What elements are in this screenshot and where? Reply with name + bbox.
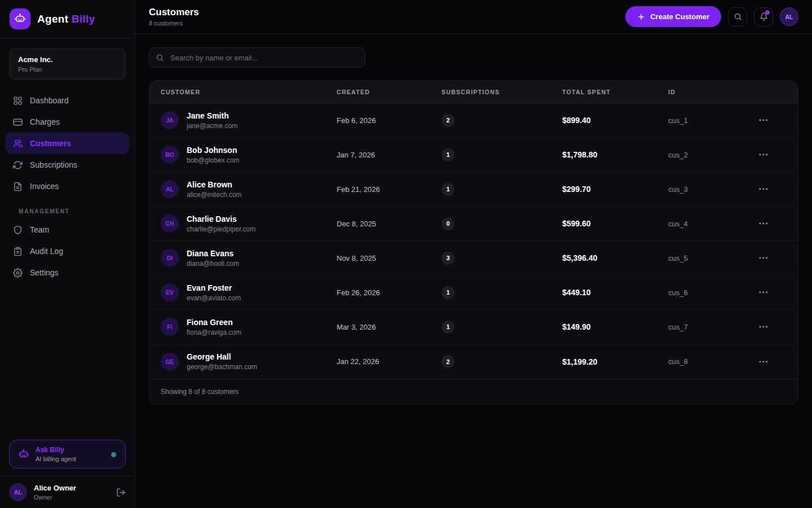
sidebar-item-charges[interactable]: Charges <box>6 111 129 133</box>
table-row[interactable]: JA Jane Smith jane@acme.com Feb 6, 2026 … <box>149 103 798 138</box>
file-text-icon <box>13 182 23 191</box>
create-customer-button[interactable]: Create Customer <box>625 6 721 27</box>
table-row[interactable]: EV Evan Foster evan@aviato.com Feb 26, 2… <box>149 275 798 310</box>
created-cell: Nov 8, 2025 <box>337 254 442 262</box>
customers-table: Customer Created Subscriptions Total Spe… <box>149 80 798 405</box>
total-spent-cell: $299.70 <box>562 185 668 194</box>
search-button[interactable] <box>728 7 747 27</box>
sidebar-item-dashboard[interactable]: Dashboard <box>6 90 129 111</box>
subscriptions-cell: 1 <box>442 148 562 161</box>
sidebar: Agent Billy Acme Inc. Pro Plan Dashboard… <box>0 0 135 508</box>
actions-cell: ⋯ <box>758 184 787 194</box>
customer-name: Charlie Davis <box>187 214 255 224</box>
customer-email: evan@aviato.com <box>187 294 241 302</box>
column-header-customer: Customer <box>161 89 337 95</box>
total-spent-cell: $149.90 <box>562 322 668 331</box>
subscriptions-badge: 2 <box>442 355 454 368</box>
column-header-created: Created <box>337 89 442 95</box>
table-header: Customer Created Subscriptions Total Spe… <box>149 81 798 103</box>
notifications-button[interactable] <box>754 7 773 27</box>
subscriptions-badge: 1 <box>442 183 454 196</box>
search-input[interactable] <box>149 47 365 68</box>
sidebar-item-invoices[interactable]: Invoices <box>6 176 129 197</box>
ellipsis-icon[interactable]: ⋯ <box>758 150 769 159</box>
subscriptions-cell: 2 <box>442 114 562 127</box>
avatar: EV <box>161 283 179 301</box>
gear-icon <box>13 268 23 278</box>
user-role: Owner <box>34 494 76 501</box>
avatar: JA <box>161 111 179 129</box>
ellipsis-icon[interactable]: ⋯ <box>758 287 769 297</box>
actions-cell: ⋯ <box>758 253 787 263</box>
sidebar-item-label: Dashboard <box>30 96 69 105</box>
customer-cell: JA Jane Smith jane@acme.com <box>161 111 337 130</box>
table-row[interactable]: FI Fiona Green fiona@raviga.com Mar 3, 2… <box>149 310 798 344</box>
total-spent-cell: $449.10 <box>562 288 668 297</box>
ask-billy-subtitle: AI billing agent <box>36 456 76 462</box>
table-row[interactable]: CH Charlie Davis charlie@piedpiper.com D… <box>149 207 798 241</box>
credit-card-icon <box>13 117 23 127</box>
shield-icon <box>13 225 23 235</box>
table-body: JA Jane Smith jane@acme.com Feb 6, 2026 … <box>149 103 798 379</box>
sidebar-item-settings[interactable]: Settings <box>6 262 129 283</box>
brand-name-accent: Billy <box>72 13 95 25</box>
sidebar-item-audit-log[interactable]: Audit Log <box>6 240 129 262</box>
subscriptions-badge: 2 <box>442 114 454 127</box>
customer-name: Jane Smith <box>187 111 237 120</box>
robot-logo-icon <box>10 8 30 29</box>
total-spent-cell: $1,798.80 <box>562 150 668 159</box>
org-name: Acme Inc. <box>18 55 117 64</box>
table-row[interactable]: DI Diana Evans diana@hooli.com Nov 8, 20… <box>149 241 798 275</box>
column-header-id: ID <box>668 89 758 95</box>
subscriptions-cell: 1 <box>442 183 562 196</box>
org-plan: Pro Plan <box>18 66 117 73</box>
actions-cell: ⋯ <box>758 115 787 125</box>
ellipsis-icon[interactable]: ⋯ <box>758 218 769 228</box>
logout-button[interactable] <box>116 488 126 497</box>
actions-cell: ⋯ <box>758 150 787 160</box>
customer-id-cell: cus_1 <box>668 116 758 125</box>
table-row[interactable]: BO Bob Johnson bob@globex.com Jan 7, 202… <box>149 138 798 172</box>
sidebar-item-team[interactable]: Team <box>6 219 129 240</box>
sidebar-item-label: Charges <box>30 117 60 126</box>
table-row[interactable]: AL Alice Brown alice@initech.com Feb 21,… <box>149 172 798 207</box>
ellipsis-icon[interactable]: ⋯ <box>758 115 769 125</box>
robot-icon <box>18 449 29 460</box>
customer-id-cell: cus_6 <box>668 288 758 297</box>
brand-name-primary: Agent <box>37 13 68 25</box>
created-cell: Feb 26, 2026 <box>337 288 442 297</box>
user-name: Alice Owner <box>34 484 76 492</box>
page-title: Customers <box>149 7 199 18</box>
actions-cell: ⋯ <box>758 322 787 332</box>
customer-cell: EV Evan Foster evan@aviato.com <box>161 283 337 302</box>
ask-billy-title: Ask Billy <box>36 446 76 454</box>
avatar: AL <box>161 180 179 198</box>
total-spent-cell: $5,396.40 <box>562 253 668 262</box>
ellipsis-icon[interactable]: ⋯ <box>758 322 769 331</box>
customer-cell: DI Diana Evans diana@hooli.com <box>161 249 337 268</box>
created-cell: Mar 3, 2026 <box>337 323 442 331</box>
ellipsis-icon[interactable]: ⋯ <box>758 253 769 262</box>
refresh-icon <box>13 160 23 170</box>
customer-email: diana@hooli.com <box>187 260 239 268</box>
sidebar-item-label: Settings <box>30 268 59 277</box>
sidebar-item-label: Subscriptions <box>30 160 77 169</box>
content: Customer Created Subscriptions Total Spe… <box>135 34 812 508</box>
ask-billy-card[interactable]: Ask Billy AI billing agent <box>9 440 126 468</box>
ellipsis-icon[interactable]: ⋯ <box>758 184 769 194</box>
subscriptions-cell: 2 <box>442 355 562 368</box>
subscriptions-badge: 0 <box>442 217 454 230</box>
topbar-actions: Create Customer AL <box>625 6 798 27</box>
table-row[interactable]: GE George Hall george@bachman.com Jan 22… <box>149 344 798 379</box>
sidebar-item-subscriptions[interactable]: Subscriptions <box>6 154 129 176</box>
actions-cell: ⋯ <box>758 287 787 297</box>
ellipsis-icon[interactable]: ⋯ <box>758 357 769 366</box>
search-field-wrap <box>149 47 365 68</box>
total-spent-cell: $599.60 <box>562 219 668 228</box>
actions-cell: ⋯ <box>758 357 787 367</box>
subscriptions-badge: 1 <box>442 286 454 299</box>
avatar[interactable]: AL <box>780 7 798 26</box>
sidebar-item-customers[interactable]: Customers <box>6 133 129 154</box>
customer-id-cell: cus_4 <box>668 220 758 228</box>
avatar: CH <box>161 214 179 233</box>
